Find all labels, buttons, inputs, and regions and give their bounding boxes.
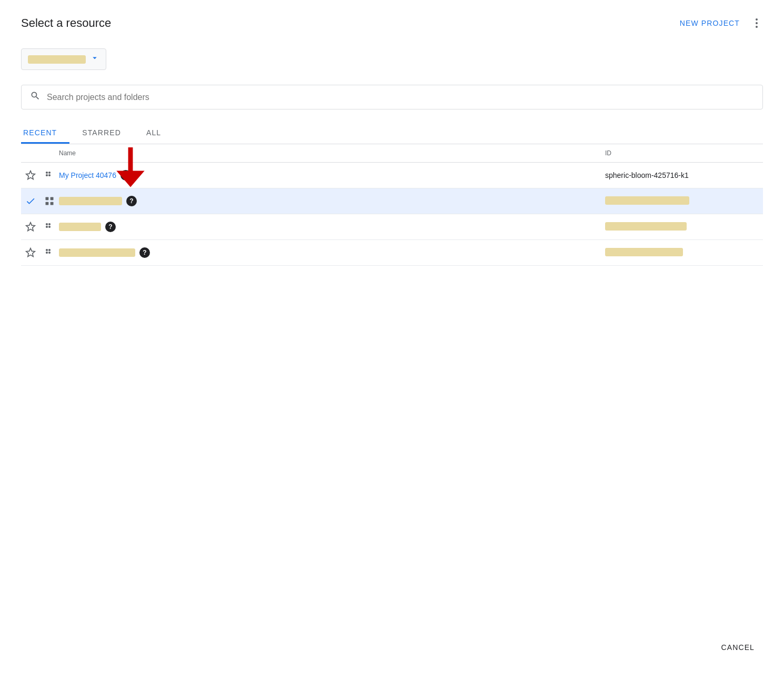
tab-starred[interactable]: STARRED [80,122,134,144]
more-options-icon[interactable] [750,17,763,29]
table-row: ? [21,240,763,266]
svg-point-0 [756,18,758,21]
project-type-icon [40,247,59,258]
project-id-cell: spheric-bloom-425716-k1 [605,171,763,179]
svg-point-15 [46,226,48,228]
new-project-button[interactable]: NEW PROJECT [678,15,742,32]
svg-point-7 [46,174,48,176]
project-id-cell [605,222,763,232]
project-name-cell: ? [59,196,605,206]
project-name-redacted [59,248,135,257]
svg-rect-11 [46,202,49,205]
org-selector-label [28,55,86,64]
tab-all[interactable]: ALL [144,122,174,144]
svg-point-18 [48,249,51,251]
project-type-icon [40,170,59,181]
tab-recent[interactable]: RECENT [21,122,69,144]
svg-point-20 [48,252,51,254]
project-id-cell [605,196,763,206]
svg-marker-4 [116,171,144,187]
id-redacted [605,222,687,231]
chevron-down-icon [90,53,99,65]
project-name-redacted [59,223,101,231]
tabs-container: RECENT STARRED ALL [21,122,763,144]
svg-point-17 [46,249,48,251]
svg-point-2 [756,26,758,28]
col-header-star [21,149,40,157]
svg-point-13 [46,223,48,225]
header-actions: NEW PROJECT [678,15,763,32]
help-icon[interactable]: ? [126,196,137,206]
svg-point-8 [48,174,51,176]
svg-point-1 [756,22,758,24]
svg-point-19 [46,252,48,254]
selected-checkmark [21,196,40,206]
project-name-cell: ? [59,222,605,232]
svg-rect-12 [51,202,54,205]
help-icon[interactable]: ? [105,222,116,232]
search-input[interactable] [47,93,754,102]
id-redacted [605,248,683,256]
project-type-icon [40,222,59,232]
svg-rect-9 [46,197,49,201]
project-name-redacted [59,197,122,205]
project-name-link[interactable]: My Project 40476 [59,171,116,179]
svg-point-6 [48,172,51,174]
svg-point-5 [46,172,48,174]
page-title: Select a resource [21,16,111,30]
dialog-header: Select a resource NEW PROJECT [21,15,763,32]
star-icon[interactable] [21,247,40,258]
col-header-id: ID [605,149,763,157]
table-row: ? [21,214,763,240]
svg-point-16 [48,226,51,228]
svg-point-14 [48,223,51,225]
table-row: ? [21,188,763,214]
project-id-cell [605,248,763,258]
org-selector[interactable] [21,48,106,70]
col-header-icon [40,149,59,157]
search-container [21,85,763,109]
help-icon[interactable]: ? [139,247,150,258]
project-name-cell: ? [59,247,605,258]
project-type-icon [40,196,59,206]
star-icon[interactable] [21,222,40,232]
svg-rect-10 [51,197,54,201]
id-redacted [605,196,689,205]
search-icon [30,91,41,104]
star-icon[interactable] [21,170,40,181]
cancel-button[interactable]: CANCEL [712,638,763,657]
